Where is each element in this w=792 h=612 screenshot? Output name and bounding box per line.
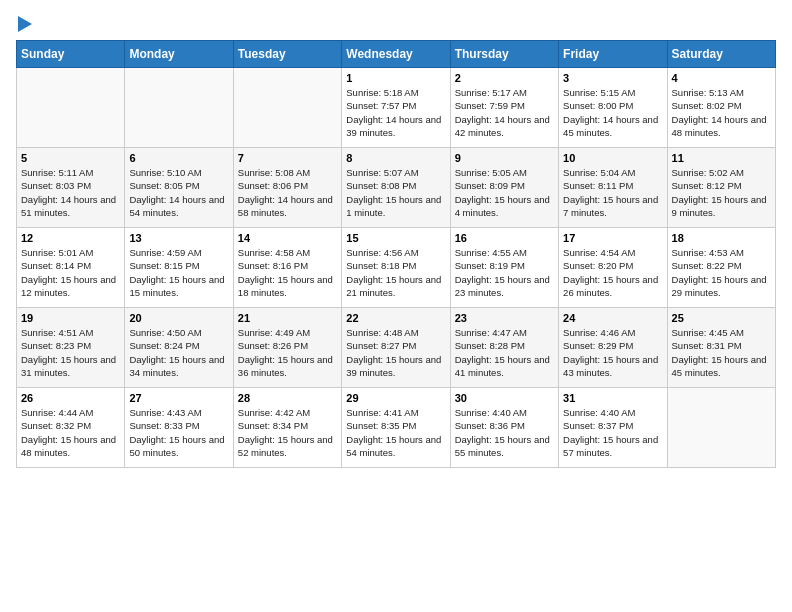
logo-arrow-icon <box>18 16 32 32</box>
calendar-cell: 12Sunrise: 5:01 AM Sunset: 8:14 PM Dayli… <box>17 228 125 308</box>
calendar-cell: 29Sunrise: 4:41 AM Sunset: 8:35 PM Dayli… <box>342 388 450 468</box>
day-info: Sunrise: 4:51 AM Sunset: 8:23 PM Dayligh… <box>21 326 120 379</box>
day-number: 26 <box>21 392 120 404</box>
day-info: Sunrise: 4:58 AM Sunset: 8:16 PM Dayligh… <box>238 246 337 299</box>
day-number: 8 <box>346 152 445 164</box>
calendar-cell: 20Sunrise: 4:50 AM Sunset: 8:24 PM Dayli… <box>125 308 233 388</box>
day-number: 21 <box>238 312 337 324</box>
calendar-cell: 1Sunrise: 5:18 AM Sunset: 7:57 PM Daylig… <box>342 68 450 148</box>
day-info: Sunrise: 4:53 AM Sunset: 8:22 PM Dayligh… <box>672 246 771 299</box>
day-number: 23 <box>455 312 554 324</box>
calendar-cell: 16Sunrise: 4:55 AM Sunset: 8:19 PM Dayli… <box>450 228 558 308</box>
day-number: 11 <box>672 152 771 164</box>
calendar-cell: 13Sunrise: 4:59 AM Sunset: 8:15 PM Dayli… <box>125 228 233 308</box>
day-info: Sunrise: 5:10 AM Sunset: 8:05 PM Dayligh… <box>129 166 228 219</box>
day-info: Sunrise: 4:42 AM Sunset: 8:34 PM Dayligh… <box>238 406 337 459</box>
day-number: 31 <box>563 392 662 404</box>
calendar-cell: 7Sunrise: 5:08 AM Sunset: 8:06 PM Daylig… <box>233 148 341 228</box>
day-number: 10 <box>563 152 662 164</box>
day-info: Sunrise: 4:46 AM Sunset: 8:29 PM Dayligh… <box>563 326 662 379</box>
weekday-header: Saturday <box>667 41 775 68</box>
calendar-cell: 5Sunrise: 5:11 AM Sunset: 8:03 PM Daylig… <box>17 148 125 228</box>
day-info: Sunrise: 4:54 AM Sunset: 8:20 PM Dayligh… <box>563 246 662 299</box>
calendar-cell: 4Sunrise: 5:13 AM Sunset: 8:02 PM Daylig… <box>667 68 775 148</box>
day-info: Sunrise: 4:40 AM Sunset: 8:36 PM Dayligh… <box>455 406 554 459</box>
day-number: 27 <box>129 392 228 404</box>
day-number: 18 <box>672 232 771 244</box>
day-number: 16 <box>455 232 554 244</box>
day-info: Sunrise: 4:44 AM Sunset: 8:32 PM Dayligh… <box>21 406 120 459</box>
day-number: 29 <box>346 392 445 404</box>
calendar-cell: 30Sunrise: 4:40 AM Sunset: 8:36 PM Dayli… <box>450 388 558 468</box>
day-info: Sunrise: 4:45 AM Sunset: 8:31 PM Dayligh… <box>672 326 771 379</box>
day-info: Sunrise: 5:11 AM Sunset: 8:03 PM Dayligh… <box>21 166 120 219</box>
calendar-cell: 15Sunrise: 4:56 AM Sunset: 8:18 PM Dayli… <box>342 228 450 308</box>
day-info: Sunrise: 5:13 AM Sunset: 8:02 PM Dayligh… <box>672 86 771 139</box>
logo <box>16 16 32 32</box>
calendar-cell: 25Sunrise: 4:45 AM Sunset: 8:31 PM Dayli… <box>667 308 775 388</box>
calendar-cell <box>125 68 233 148</box>
day-number: 30 <box>455 392 554 404</box>
calendar-cell <box>667 388 775 468</box>
day-number: 5 <box>21 152 120 164</box>
day-number: 4 <box>672 72 771 84</box>
day-number: 15 <box>346 232 445 244</box>
calendar-cell: 28Sunrise: 4:42 AM Sunset: 8:34 PM Dayli… <box>233 388 341 468</box>
day-number: 6 <box>129 152 228 164</box>
calendar-cell: 22Sunrise: 4:48 AM Sunset: 8:27 PM Dayli… <box>342 308 450 388</box>
day-info: Sunrise: 4:49 AM Sunset: 8:26 PM Dayligh… <box>238 326 337 379</box>
calendar-table: SundayMondayTuesdayWednesdayThursdayFrid… <box>16 40 776 468</box>
calendar-cell: 27Sunrise: 4:43 AM Sunset: 8:33 PM Dayli… <box>125 388 233 468</box>
day-info: Sunrise: 5:18 AM Sunset: 7:57 PM Dayligh… <box>346 86 445 139</box>
day-info: Sunrise: 5:01 AM Sunset: 8:14 PM Dayligh… <box>21 246 120 299</box>
calendar-cell: 9Sunrise: 5:05 AM Sunset: 8:09 PM Daylig… <box>450 148 558 228</box>
calendar-cell: 21Sunrise: 4:49 AM Sunset: 8:26 PM Dayli… <box>233 308 341 388</box>
day-info: Sunrise: 5:05 AM Sunset: 8:09 PM Dayligh… <box>455 166 554 219</box>
weekday-header: Tuesday <box>233 41 341 68</box>
day-number: 12 <box>21 232 120 244</box>
day-info: Sunrise: 4:47 AM Sunset: 8:28 PM Dayligh… <box>455 326 554 379</box>
calendar-cell: 26Sunrise: 4:44 AM Sunset: 8:32 PM Dayli… <box>17 388 125 468</box>
day-number: 9 <box>455 152 554 164</box>
day-info: Sunrise: 4:41 AM Sunset: 8:35 PM Dayligh… <box>346 406 445 459</box>
calendar-cell: 3Sunrise: 5:15 AM Sunset: 8:00 PM Daylig… <box>559 68 667 148</box>
day-number: 14 <box>238 232 337 244</box>
day-number: 3 <box>563 72 662 84</box>
day-info: Sunrise: 5:15 AM Sunset: 8:00 PM Dayligh… <box>563 86 662 139</box>
day-info: Sunrise: 4:43 AM Sunset: 8:33 PM Dayligh… <box>129 406 228 459</box>
day-info: Sunrise: 5:02 AM Sunset: 8:12 PM Dayligh… <box>672 166 771 219</box>
calendar-cell: 10Sunrise: 5:04 AM Sunset: 8:11 PM Dayli… <box>559 148 667 228</box>
day-info: Sunrise: 4:55 AM Sunset: 8:19 PM Dayligh… <box>455 246 554 299</box>
day-info: Sunrise: 5:04 AM Sunset: 8:11 PM Dayligh… <box>563 166 662 219</box>
day-number: 24 <box>563 312 662 324</box>
calendar-cell: 11Sunrise: 5:02 AM Sunset: 8:12 PM Dayli… <box>667 148 775 228</box>
weekday-header: Sunday <box>17 41 125 68</box>
day-info: Sunrise: 5:07 AM Sunset: 8:08 PM Dayligh… <box>346 166 445 219</box>
day-number: 13 <box>129 232 228 244</box>
day-info: Sunrise: 4:48 AM Sunset: 8:27 PM Dayligh… <box>346 326 445 379</box>
day-number: 19 <box>21 312 120 324</box>
calendar-cell: 24Sunrise: 4:46 AM Sunset: 8:29 PM Dayli… <box>559 308 667 388</box>
day-info: Sunrise: 4:50 AM Sunset: 8:24 PM Dayligh… <box>129 326 228 379</box>
day-info: Sunrise: 5:17 AM Sunset: 7:59 PM Dayligh… <box>455 86 554 139</box>
day-info: Sunrise: 4:59 AM Sunset: 8:15 PM Dayligh… <box>129 246 228 299</box>
page-header <box>16 16 776 32</box>
day-number: 17 <box>563 232 662 244</box>
day-number: 2 <box>455 72 554 84</box>
calendar-cell: 8Sunrise: 5:07 AM Sunset: 8:08 PM Daylig… <box>342 148 450 228</box>
day-number: 7 <box>238 152 337 164</box>
weekday-header: Friday <box>559 41 667 68</box>
calendar-cell <box>17 68 125 148</box>
weekday-header: Thursday <box>450 41 558 68</box>
day-number: 25 <box>672 312 771 324</box>
day-info: Sunrise: 5:08 AM Sunset: 8:06 PM Dayligh… <box>238 166 337 219</box>
weekday-header: Wednesday <box>342 41 450 68</box>
calendar-cell: 19Sunrise: 4:51 AM Sunset: 8:23 PM Dayli… <box>17 308 125 388</box>
weekday-header: Monday <box>125 41 233 68</box>
calendar-cell: 17Sunrise: 4:54 AM Sunset: 8:20 PM Dayli… <box>559 228 667 308</box>
calendar-cell: 23Sunrise: 4:47 AM Sunset: 8:28 PM Dayli… <box>450 308 558 388</box>
day-number: 1 <box>346 72 445 84</box>
calendar-cell <box>233 68 341 148</box>
calendar-cell: 18Sunrise: 4:53 AM Sunset: 8:22 PM Dayli… <box>667 228 775 308</box>
day-info: Sunrise: 4:56 AM Sunset: 8:18 PM Dayligh… <box>346 246 445 299</box>
